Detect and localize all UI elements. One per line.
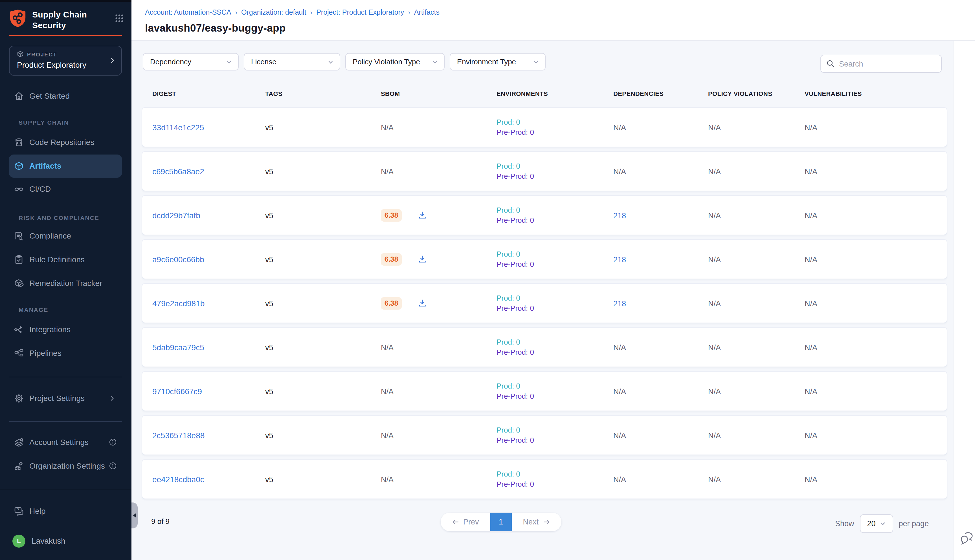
vulnerabilities-value: N/A [805, 167, 817, 176]
artifact-digest-link[interactable]: c69c5b6a8ae2 [152, 167, 204, 176]
artifact-row: c69c5b6a8ae2 v5 N/A Prod: 0 Pre-Prod: 0 … [142, 152, 947, 191]
preprod-count-link[interactable]: Pre-Prod: 0 [496, 479, 613, 489]
doc-search-icon [14, 231, 24, 240]
sbom-value: N/A [381, 167, 394, 176]
user-menu[interactable]: L Lavakush [9, 530, 122, 552]
artifact-digest-link[interactable]: ee4218cdba0c [152, 475, 204, 483]
chat-bubbles-icon[interactable] [960, 531, 973, 545]
breadcrumb-link[interactable]: Organization: default [241, 8, 306, 17]
artifact-row: ee4218cdba0c v5 N/A Prod: 0 Pre-Prod: 0 … [142, 460, 947, 498]
prod-count-link[interactable]: Prod: 0 [496, 205, 613, 215]
prod-count-link[interactable]: Prod: 0 [496, 161, 613, 171]
filter-dropdown-license[interactable]: License [244, 53, 340, 70]
page-number-active[interactable]: 1 [490, 513, 512, 531]
pipelines-icon [14, 348, 24, 358]
gear-icon [14, 393, 24, 403]
prod-count-link[interactable]: Prod: 0 [496, 249, 613, 259]
prod-count-link[interactable]: Prod: 0 [496, 117, 613, 127]
tag-value: v5 [265, 387, 273, 396]
sidebar-item-compliance[interactable]: Compliance [9, 224, 122, 247]
sidebar-top-strip [0, 0, 132, 2]
download-sbom-icon[interactable] [418, 211, 427, 219]
prod-count-link[interactable]: Prod: 0 [496, 469, 613, 479]
preprod-count-link[interactable]: Pre-Prod: 0 [496, 259, 613, 269]
prod-count-link[interactable]: Prod: 0 [496, 293, 613, 303]
page-size-select[interactable]: 20 [860, 514, 893, 533]
sidebar-item-help[interactable]: ? Help [9, 500, 122, 522]
artifact-digest-link[interactable]: 5dab9caa79c5 [152, 343, 204, 352]
prod-count-link[interactable]: Prod: 0 [496, 337, 613, 347]
search-box[interactable] [820, 55, 942, 73]
layers-gear-icon [14, 437, 24, 447]
dependencies-link[interactable]: 218 [613, 299, 626, 308]
artifact-digest-link[interactable]: 2c5365718e88 [152, 430, 205, 440]
environments-cell: Prod: 0 Pre-Prod: 0 [496, 337, 613, 357]
page-title: lavakush07/easy-buggy-app [145, 22, 286, 34]
artifact-digest-link[interactable]: 33d114e1c225 [152, 123, 204, 132]
tag-value: v5 [265, 299, 273, 308]
vulnerabilities-value: N/A [805, 211, 817, 220]
environments-cell: Prod: 0 Pre-Prod: 0 [496, 293, 613, 313]
home-icon [14, 91, 24, 101]
artifact-digest-link[interactable]: dcdd29b7fafb [152, 211, 200, 220]
project-selector[interactable]: PROJECT Product Exploratory [9, 46, 122, 75]
breadcrumb-link[interactable]: Artifacts [414, 8, 439, 17]
dependencies-value: N/A [613, 343, 626, 352]
svg-text:?: ? [17, 507, 19, 512]
download-sbom-icon[interactable] [418, 299, 427, 307]
dependencies-link[interactable]: 218 [613, 255, 626, 263]
artifact-digest-link[interactable]: 479e2acd981b [152, 298, 205, 308]
sbom-value: N/A [381, 431, 394, 440]
dependencies-link[interactable]: 218 [613, 211, 626, 220]
sidebar-collapse-handle[interactable] [132, 502, 138, 528]
sidebar-item-code-repositories[interactable]: Code Repositories [9, 130, 122, 154]
dependencies-value: N/A [613, 123, 626, 132]
preprod-count-link[interactable]: Pre-Prod: 0 [496, 435, 613, 445]
artifact-digest-link[interactable]: 9710cf6667c9 [152, 387, 202, 396]
filter-dropdown-policy-violation-type[interactable]: Policy Violation Type [345, 53, 445, 70]
sidebar-item-organization-settings[interactable]: Organization Settings [9, 454, 122, 477]
filter-dropdown-dependency[interactable]: Dependency [143, 53, 239, 70]
filter-dropdown-environment-type[interactable]: Environment Type [450, 53, 546, 70]
app-grid-icon[interactable] [115, 14, 124, 23]
tag-value: v5 [265, 167, 273, 176]
sidebar-item-artifacts[interactable]: Artifacts [9, 154, 122, 177]
tag-value: v5 [265, 255, 273, 263]
prod-count-link[interactable]: Prod: 0 [496, 381, 613, 391]
artifact-row: 5dab9caa79c5 v5 N/A Prod: 0 Pre-Prod: 0 … [142, 328, 947, 367]
project-name: Product Exploratory [17, 60, 116, 69]
search-input[interactable] [839, 60, 935, 68]
info-icon [109, 438, 117, 446]
sidebar-item-integrations[interactable]: Integrations [9, 318, 122, 341]
prev-page-button[interactable]: Prev [441, 513, 490, 531]
sidebar-item-rule-definitions[interactable]: Rule Definitions [9, 248, 122, 271]
artifact-digest-link[interactable]: a9c6e00c66bb [152, 255, 204, 263]
preprod-count-link[interactable]: Pre-Prod: 0 [496, 391, 613, 401]
sbom-score-badge: 6.38 [381, 297, 402, 309]
right-gutter [953, 41, 975, 560]
breadcrumb-link[interactable]: Account: Automation-SSCA [145, 8, 231, 17]
preprod-count-link[interactable]: Pre-Prod: 0 [496, 127, 613, 137]
project-label: PROJECT [27, 51, 57, 57]
preprod-count-link[interactable]: Pre-Prod: 0 [496, 347, 613, 357]
sbom-value: N/A [381, 123, 394, 132]
prod-count-link[interactable]: Prod: 0 [496, 425, 613, 435]
policy-violations-value: N/A [708, 387, 721, 396]
info-icon [109, 462, 117, 470]
nav-divider [9, 421, 122, 422]
sidebar-item-account-settings[interactable]: Account Settings [9, 430, 122, 454]
next-page-button[interactable]: Next [512, 513, 561, 531]
breadcrumb-link[interactable]: Project: Product Exploratory [316, 8, 404, 17]
help-chat-icon: ? [14, 506, 24, 516]
sidebar-item-project-settings[interactable]: Project Settings [9, 387, 122, 410]
preprod-count-link[interactable]: Pre-Prod: 0 [496, 215, 613, 225]
sidebar-item-remediation-tracker[interactable]: Remediation Tracker [9, 272, 122, 295]
download-sbom-icon[interactable] [418, 255, 427, 263]
sidebar-item-pipelines[interactable]: Pipelines [9, 342, 122, 365]
sidebar-item-ci-cd[interactable]: CI/CD [9, 177, 122, 200]
column-header-digest: DIGEST [152, 90, 265, 97]
preprod-count-link[interactable]: Pre-Prod: 0 [496, 171, 613, 181]
preprod-count-link[interactable]: Pre-Prod: 0 [496, 303, 613, 313]
sidebar-item-get-started[interactable]: Get Started [9, 84, 122, 107]
artifact-row: dcdd29b7fafb v5 6.38 Prod: 0 Pre-Prod: 0… [142, 196, 947, 235]
